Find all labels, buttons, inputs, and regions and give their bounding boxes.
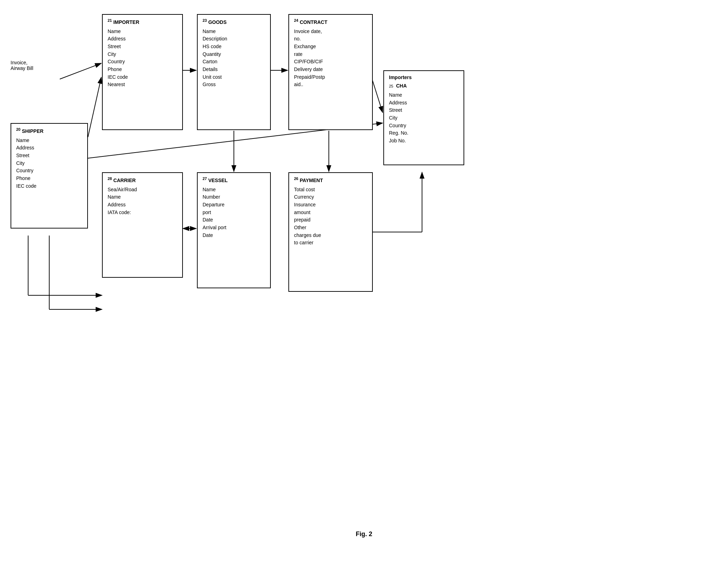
list-item: no.	[294, 35, 367, 43]
svg-line-3	[60, 63, 101, 79]
list-item: Other	[294, 224, 367, 232]
importers-cha-id: 25	[389, 84, 393, 88]
payment-box: 26 PAYMENT Total cost Currency Insurance…	[288, 172, 373, 292]
list-item: to carrier	[294, 239, 367, 247]
goods-id: 23	[203, 18, 207, 22]
list-item: Invoice date,	[294, 28, 367, 36]
list-item: City	[16, 160, 82, 167]
importers-cha-fields: Name Address Street City Country Reg. No…	[389, 91, 459, 145]
list-item: Prepaid/Postp	[294, 73, 367, 81]
carrier-id: 28	[108, 176, 112, 181]
list-item: City	[108, 51, 177, 58]
list-item: IEC code	[108, 73, 177, 81]
payment-title: 26 PAYMENT	[294, 176, 367, 183]
list-item: Name	[203, 28, 265, 36]
list-item: Sea/Air/Road	[108, 186, 177, 194]
list-item: Reg. No.	[389, 129, 459, 137]
list-item: Country	[16, 167, 82, 175]
list-item: IEC code	[16, 182, 82, 190]
shipper-title: 20 SHIPPER	[16, 127, 82, 134]
vessel-id: 27	[203, 176, 207, 181]
importers-cha-subtitle: CHA	[396, 83, 407, 89]
list-item: Unit cost	[203, 73, 265, 81]
list-item: Total cost	[294, 186, 367, 194]
importers-cha-box: Importers 25 CHA Name Address Street Cit…	[383, 70, 464, 165]
list-item: CIP/FOB/CIF	[294, 58, 367, 66]
list-item: prepaid	[294, 216, 367, 224]
list-item: Name	[16, 137, 82, 144]
list-item: Phone	[108, 66, 177, 73]
list-item: amount	[294, 209, 367, 217]
carrier-fields: Sea/Air/Road Name Address IATA code:	[108, 186, 177, 217]
figure-caption: Fig. 2	[0, 530, 728, 538]
payment-id: 26	[294, 176, 298, 181]
list-item: IATA code:	[108, 209, 177, 217]
list-item: Exchange	[294, 43, 367, 51]
goods-box: 23 GOODS Name Description HS code Quanti…	[197, 14, 271, 130]
list-item: Delivery date	[294, 66, 367, 73]
list-item: Nearest	[108, 81, 177, 89]
list-item: Name	[108, 28, 177, 36]
contract-fields: Invoice date, no. Exchange rate CIP/FOB/…	[294, 28, 367, 89]
list-item: Carton	[203, 58, 265, 66]
list-item: Name	[203, 186, 265, 194]
list-item: Name	[389, 91, 459, 99]
list-item: Currency	[294, 193, 367, 201]
goods-title: 23 GOODS	[203, 18, 265, 25]
importers-cha-title: Importers	[389, 75, 459, 80]
diagram-container: Invoice,Airway Bill 20 SHIPPER Name Addr…	[0, 0, 728, 548]
list-item: Street	[16, 152, 82, 160]
list-item: Date	[203, 232, 265, 239]
list-item: Description	[203, 35, 265, 43]
list-item: Arrival port	[203, 224, 265, 232]
list-item: Details	[203, 66, 265, 73]
shipper-id: 20	[16, 127, 20, 131]
list-item: port	[203, 209, 265, 217]
list-item: charges due	[294, 232, 367, 239]
contract-id: 24	[294, 18, 298, 22]
importer-id: 21	[108, 18, 112, 22]
list-item: Name	[108, 193, 177, 201]
vessel-box: 27 VESSEL Name Number Departure port Dat…	[197, 172, 271, 288]
shipper-fields: Name Address Street City Country Phone I…	[16, 137, 82, 190]
vessel-fields: Name Number Departure port Date Arrival …	[203, 186, 265, 239]
contract-title: 24 CONTRACT	[294, 18, 367, 25]
list-item: Address	[16, 144, 82, 152]
list-item: Job No.	[389, 137, 459, 145]
svg-line-4	[88, 77, 101, 137]
list-item: Address	[389, 99, 459, 107]
list-item: rate	[294, 51, 367, 58]
list-item: Country	[108, 58, 177, 66]
payment-fields: Total cost Currency Insurance amount pre…	[294, 186, 367, 247]
list-item: Address	[108, 35, 177, 43]
list-item: HS code	[203, 43, 265, 51]
list-item: aid..	[294, 81, 367, 89]
carrier-title: 28 CARRIER	[108, 176, 177, 183]
list-item: Address	[108, 201, 177, 209]
list-item: Quantity	[203, 51, 265, 58]
list-item: Insurance	[294, 201, 367, 209]
importer-title: 21 IMPORTER	[108, 18, 177, 25]
importer-box: 21 IMPORTER Name Address Street City Cou…	[102, 14, 183, 130]
list-item: Departure	[203, 201, 265, 209]
list-item: Date	[203, 216, 265, 224]
shipper-box: 20 SHIPPER Name Address Street City Coun…	[11, 123, 88, 229]
list-item: Gross	[203, 81, 265, 89]
list-item: Street	[389, 107, 459, 114]
importer-fields: Name Address Street City Country Phone I…	[108, 28, 177, 89]
list-item: Country	[389, 122, 459, 130]
vessel-title: 27 VESSEL	[203, 176, 265, 183]
goods-fields: Name Description HS code Quantity Carton…	[203, 28, 265, 89]
list-item: City	[389, 114, 459, 122]
contract-box: 24 CONTRACT Invoice date, no. Exchange r…	[288, 14, 373, 130]
carrier-box: 28 CARRIER Sea/Air/Road Name Address IAT…	[102, 172, 183, 278]
list-item: Street	[108, 43, 177, 51]
list-item: Phone	[16, 175, 82, 182]
list-item: Number	[203, 193, 265, 201]
invoice-airway-label: Invoice,Airway Bill	[11, 60, 33, 71]
